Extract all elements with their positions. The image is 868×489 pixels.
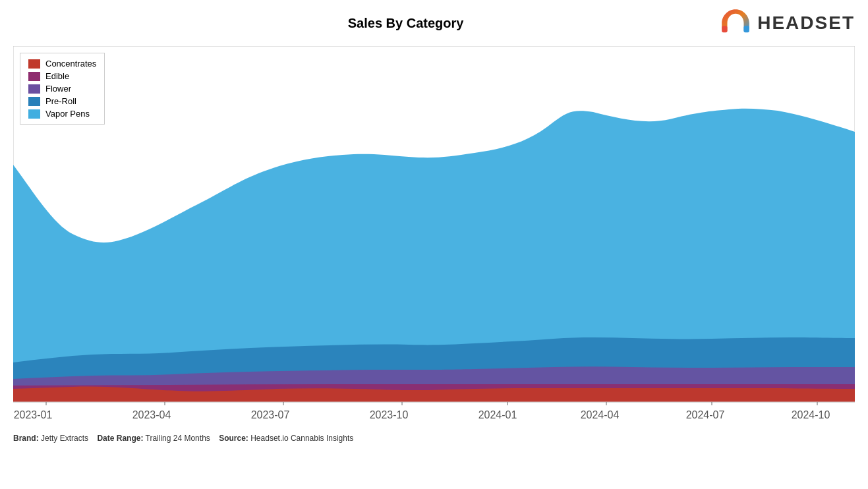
svg-rect-1	[744, 26, 749, 32]
svg-text:2023-07: 2023-07	[251, 409, 290, 420]
chart-title: Sales By Category	[13, 16, 719, 31]
legend-color-flower	[28, 84, 40, 94]
legend-color-vaporpens	[28, 109, 40, 119]
page-container: Sales By Category HEADSET	[0, 0, 868, 489]
legend-label-vaporpens: Vapor Pens	[45, 109, 90, 119]
brand-value: Jetty Extracts	[41, 434, 88, 443]
legend-color-concentrates	[28, 59, 40, 69]
brand-label: Brand:	[13, 434, 39, 443]
legend-label-flower: Flower	[45, 84, 71, 94]
chart-footer: Brand: Jetty Extracts Date Range: Traili…	[0, 428, 868, 443]
stacked-area-chart: 2023-01 2023-04 2023-07 2023-10 2024-01 …	[13, 46, 855, 428]
header: Sales By Category HEADSET	[0, 0, 868, 40]
legend-label-edible: Edible	[45, 71, 69, 81]
source-value: Headset.io Cannabis Insights	[250, 434, 353, 443]
svg-text:2023-04: 2023-04	[132, 409, 171, 420]
legend-item-vaporpens: Vapor Pens	[28, 109, 96, 119]
date-range-value: Trailing 24 Months	[146, 434, 210, 443]
svg-text:2024-10: 2024-10	[792, 409, 830, 420]
legend-label-concentrates: Concentrates	[45, 59, 96, 69]
logo-text: HEADSET	[757, 13, 855, 34]
legend-item-flower: Flower	[28, 84, 96, 94]
legend-label-preroll: Pre-Roll	[45, 96, 76, 106]
svg-text:2023-10: 2023-10	[370, 409, 409, 420]
headset-logo-icon	[719, 7, 752, 40]
svg-text:2024-01: 2024-01	[478, 409, 517, 420]
logo-area: HEADSET	[719, 7, 855, 40]
legend-item-concentrates: Concentrates	[28, 59, 96, 69]
source-label: Source:	[219, 434, 248, 443]
svg-text:2023-01: 2023-01	[14, 409, 53, 420]
chart-legend: Concentrates Edible Flower Pre-Roll Vapo…	[20, 53, 105, 125]
chart-wrapper: Concentrates Edible Flower Pre-Roll Vapo…	[13, 46, 855, 428]
svg-text:2024-04: 2024-04	[581, 409, 620, 420]
svg-rect-0	[722, 26, 727, 32]
legend-item-edible: Edible	[28, 71, 96, 81]
date-range-label: Date Range:	[97, 434, 143, 443]
legend-color-preroll	[28, 97, 40, 106]
legend-color-edible	[28, 72, 40, 81]
svg-text:2024-07: 2024-07	[686, 409, 725, 420]
legend-item-preroll: Pre-Roll	[28, 96, 96, 106]
